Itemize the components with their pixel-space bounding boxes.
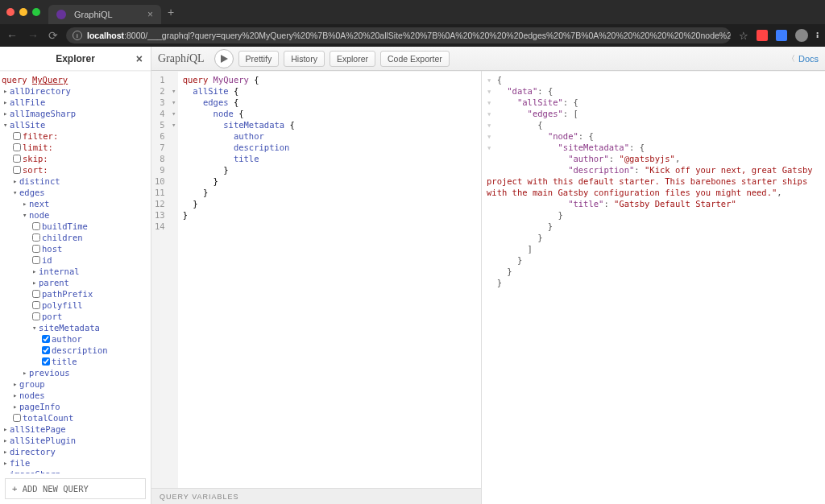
field-checkbox[interactable]: [42, 346, 50, 354]
caret-right-icon[interactable]: ▸: [23, 200, 29, 208]
field-allFile[interactable]: allFile: [10, 97, 45, 107]
field-port[interactable]: port: [42, 312, 62, 321]
field-edges[interactable]: edges: [19, 188, 45, 197]
caret-right-icon[interactable]: ▸: [3, 87, 10, 95]
caret-right-icon[interactable]: ▸: [3, 98, 10, 106]
field-polyfill[interactable]: polyfill: [42, 300, 83, 310]
field-parent[interactable]: parent: [39, 278, 69, 287]
caret-down-icon[interactable]: ▾: [13, 188, 19, 196]
field-allDirectory[interactable]: allDirectory: [10, 86, 71, 96]
field-siteMetadata[interactable]: siteMetadata: [39, 323, 100, 333]
field-checkbox[interactable]: [32, 290, 40, 298]
fold-gutter[interactable]: ▾▾▾▾: [170, 71, 178, 488]
add-new-query-button[interactable]: + ADD NEW QUERY: [5, 478, 146, 499]
history-button[interactable]: History: [284, 51, 325, 67]
prettify-button[interactable]: Prettify: [238, 51, 280, 67]
query-editor[interactable]: 1234567891011121314 ▾▾▾▾ query MyQuery {…: [151, 71, 481, 488]
field-checkbox[interactable]: [42, 357, 50, 366]
forward-icon[interactable]: →: [27, 29, 39, 42]
caret-right-icon[interactable]: ▸: [3, 436, 10, 444]
field-description[interactable]: description: [52, 345, 108, 355]
field-distinct[interactable]: distinct: [19, 176, 60, 186]
field-directory[interactable]: directory: [10, 447, 56, 456]
field-checkbox[interactable]: [13, 414, 21, 422]
code-lines[interactable]: query MyQuery { allSite { edges { node {…: [178, 71, 300, 488]
arg-filter[interactable]: filter:: [23, 131, 58, 141]
field-allSitePage[interactable]: allSitePage: [10, 424, 66, 434]
caret-right-icon[interactable]: ▸: [32, 267, 39, 275]
reload-icon[interactable]: ⟳: [48, 29, 58, 42]
caret-right-icon[interactable]: ▸: [13, 403, 19, 411]
window-minimize-icon[interactable]: [19, 8, 27, 16]
field-allImageSharp[interactable]: allImageSharp: [10, 109, 76, 118]
field-host[interactable]: host: [42, 244, 62, 254]
new-tab-button[interactable]: +: [168, 6, 174, 19]
result-json[interactable]: ▾ { ▾ "data": { ▾ "allSite": { ▾ "edges"…: [482, 71, 825, 291]
field-internal[interactable]: internal: [39, 266, 80, 276]
explorer-button[interactable]: Explorer: [330, 51, 375, 67]
profile-avatar-icon[interactable]: [795, 29, 808, 42]
field-checkbox[interactable]: [42, 335, 50, 343]
bookmark-icon[interactable]: ☆: [739, 30, 748, 42]
caret-down-icon[interactable]: ▾: [23, 211, 29, 219]
arg-checkbox[interactable]: [13, 166, 21, 174]
arg-checkbox[interactable]: [13, 155, 21, 163]
url-input[interactable]: i localhost:8000/___graphql?query=query%…: [66, 27, 731, 43]
field-imageSharp[interactable]: imageSharp: [10, 469, 60, 473]
arg-skip[interactable]: skip:: [23, 154, 48, 163]
field-pathPrefix[interactable]: pathPrefix: [42, 289, 93, 299]
field-previous[interactable]: previous: [29, 368, 70, 378]
query-name[interactable]: MyQuery: [32, 75, 68, 85]
field-allSite[interactable]: allSite: [10, 120, 45, 130]
field-title[interactable]: title: [52, 357, 77, 366]
window-close-icon[interactable]: [6, 8, 15, 16]
field-checkbox[interactable]: [32, 312, 40, 320]
field-checkbox[interactable]: [32, 301, 40, 309]
field-nodes[interactable]: nodes: [19, 390, 45, 400]
field-node[interactable]: node: [29, 210, 49, 220]
window-zoom-icon[interactable]: [32, 8, 40, 16]
caret-down-icon[interactable]: ▾: [3, 121, 10, 129]
query-variables-bar[interactable]: Query Variables: [151, 488, 481, 504]
field-author[interactable]: author: [52, 334, 82, 344]
field-checkbox[interactable]: [32, 233, 40, 242]
browser-menu-icon[interactable]: •••: [816, 32, 819, 38]
field-children[interactable]: children: [42, 233, 83, 242]
docs-button[interactable]: 〈Docs: [787, 53, 819, 64]
caret-down-icon[interactable]: ▾: [32, 324, 39, 332]
caret-right-icon[interactable]: ▸: [3, 470, 10, 473]
back-icon[interactable]: ←: [6, 29, 18, 42]
caret-right-icon[interactable]: ▸: [13, 380, 19, 388]
field-group[interactable]: group: [19, 379, 45, 389]
field-checkbox[interactable]: [32, 256, 40, 264]
tab-close-icon[interactable]: ×: [147, 9, 153, 20]
caret-right-icon[interactable]: ▸: [13, 177, 19, 185]
arg-limit[interactable]: limit:: [23, 143, 53, 152]
explorer-close-icon[interactable]: ×: [136, 52, 143, 65]
caret-right-icon[interactable]: ▸: [3, 425, 10, 433]
caret-right-icon[interactable]: ▸: [23, 369, 29, 377]
arg-checkbox[interactable]: [13, 132, 21, 140]
field-totalCount[interactable]: totalCount: [23, 413, 73, 423]
field-allSitePlugin[interactable]: allSitePlugin: [10, 436, 76, 445]
site-info-icon[interactable]: i: [73, 31, 82, 40]
field-checkbox[interactable]: [32, 222, 40, 230]
field-file[interactable]: file: [10, 458, 30, 468]
caret-right-icon[interactable]: ▸: [32, 279, 39, 287]
field-buildTime[interactable]: buildTime: [42, 221, 88, 231]
caret-right-icon[interactable]: ▸: [13, 391, 19, 399]
browser-tab[interactable]: GraphiQL ×: [48, 5, 161, 24]
field-pageInfo[interactable]: pageInfo: [19, 402, 60, 411]
arg-sort[interactable]: sort:: [23, 165, 48, 175]
field-checkbox[interactable]: [32, 245, 40, 253]
code-exporter-button[interactable]: Code Exporter: [380, 51, 450, 67]
caret-right-icon[interactable]: ▸: [3, 109, 10, 118]
execute-button[interactable]: [214, 49, 234, 68]
caret-right-icon[interactable]: ▸: [3, 448, 10, 456]
field-id[interactable]: id: [42, 255, 52, 265]
caret-right-icon[interactable]: ▸: [3, 459, 10, 467]
extension-icon[interactable]: [776, 30, 787, 41]
field-next[interactable]: next: [29, 199, 49, 209]
extension-icon[interactable]: [757, 30, 768, 41]
arg-checkbox[interactable]: [13, 143, 21, 151]
